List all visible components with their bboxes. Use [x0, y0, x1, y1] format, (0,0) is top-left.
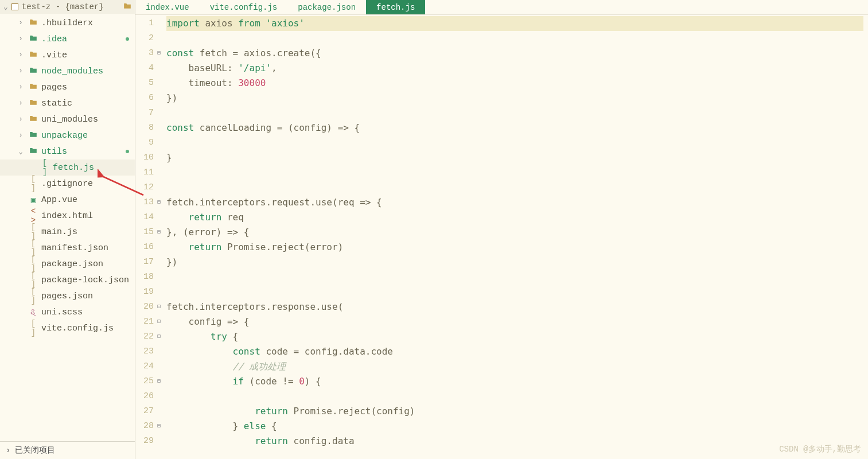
tree-item-label: manifest.json — [41, 243, 108, 253]
tree-item-label: pages.json — [41, 291, 93, 301]
code-line[interactable]: const fetch = axios.create({ — [166, 46, 863, 61]
chevron-right-icon[interactable]: › — [16, 99, 25, 107]
tree-item-label: .vite — [41, 50, 67, 60]
project-icon — [11, 3, 18, 10]
code-line[interactable]: }) — [166, 91, 863, 106]
code-lines[interactable]: import axios from 'axios' const fetch = … — [165, 15, 868, 459]
code-line[interactable]: } — [166, 150, 863, 165]
chevron-right-icon[interactable]: › — [16, 83, 25, 91]
chevron-right-icon[interactable]: › — [16, 131, 25, 139]
tree-file-index.html[interactable]: < >index.html — [0, 208, 135, 224]
fold-marker[interactable]: ⊟ — [157, 46, 165, 61]
tree-file-fetch.js[interactable]: [ ]fetch.js — [0, 160, 135, 176]
code-line[interactable] — [166, 31, 863, 46]
tree-item-label: index.html — [41, 211, 93, 221]
chevron-right-icon[interactable]: › — [16, 67, 25, 75]
tree-file-pages.json[interactable]: [ ]pages.json — [0, 288, 135, 304]
tab-fetch.js[interactable]: fetch.js — [366, 0, 425, 14]
fold-marker — [157, 255, 165, 270]
code-line[interactable]: return Promise.reject(error) — [166, 240, 863, 255]
tree-item-label: fetch.js — [53, 163, 94, 173]
tree-folder-utils[interactable]: ⌄utils — [0, 143, 135, 160]
folder-icon[interactable] — [123, 2, 131, 11]
tree-folder-.hbuilderx[interactable]: ›.hbuilderx — [0, 15, 135, 31]
tab-package.json[interactable]: package.json — [287, 0, 366, 14]
code-line[interactable]: if (code != 0) { — [166, 374, 863, 389]
fold-marker — [157, 76, 165, 91]
code-line[interactable] — [166, 270, 863, 285]
closed-projects-section[interactable]: › 已关闭项目 — [0, 441, 135, 459]
file-tree: ›.hbuilderx›.idea›.vite›node_modules›pag… — [0, 14, 135, 441]
chevron-right-icon[interactable]: › — [16, 35, 25, 43]
code-line[interactable]: return req — [166, 210, 863, 225]
fold-marker[interactable]: ⊟ — [157, 314, 165, 329]
tree-folder-pages[interactable]: ›pages — [0, 79, 135, 95]
code-line[interactable]: return Promise.reject(config) — [166, 404, 863, 419]
code-line[interactable]: const code = config.data.code — [166, 344, 863, 359]
fold-marker — [157, 165, 165, 180]
fold-marker[interactable]: ⊟ — [157, 374, 165, 389]
code-line[interactable]: }) — [166, 255, 863, 270]
chevron-down-icon[interactable]: ⌄ — [16, 147, 25, 156]
folder-icon — [29, 83, 38, 92]
chevron-down-icon[interactable]: ⌄ — [3, 2, 8, 11]
project-header[interactable]: ⌄ test-z - {master} — [0, 0, 135, 14]
code-line[interactable]: fetch.interceptors.request.use(req => { — [166, 195, 863, 210]
tree-file-.gitignore[interactable]: [ ].gitignore — [0, 176, 135, 192]
code-line[interactable]: }, (error) => { — [166, 225, 863, 240]
code-line[interactable]: config => { — [166, 314, 863, 329]
code-line[interactable]: try { — [166, 329, 863, 344]
fold-marker[interactable]: ⊟ — [157, 225, 165, 240]
tab-vite.config.js[interactable]: vite.config.js — [200, 0, 288, 14]
tree-item-label: uni.scss — [41, 308, 83, 317]
tree-file-main.js[interactable]: [ ]main.js — [0, 224, 135, 240]
folder-icon — [29, 67, 38, 76]
tree-folder-uni_modules[interactable]: ›uni_modules — [0, 111, 135, 127]
tree-item-label: .idea — [41, 34, 67, 44]
tree-file-manifest.json[interactable]: [ ]manifest.json — [0, 240, 135, 256]
tree-folder-node_modules[interactable]: ›node_modules — [0, 63, 135, 79]
code-line[interactable] — [166, 389, 863, 404]
tree-folder-static[interactable]: ›static — [0, 95, 135, 111]
tree-item-label: pages — [41, 83, 67, 92]
code-line[interactable] — [166, 106, 863, 120]
tree-folder-unpackage[interactable]: ›unpackage — [0, 127, 135, 143]
code-line[interactable]: return config.data — [166, 434, 863, 449]
tree-folder-.vite[interactable]: ›.vite — [0, 47, 135, 63]
code-line[interactable]: fetch.interceptors.response.use( — [166, 299, 863, 314]
tree-file-vite.config.js[interactable]: [ ]vite.config.js — [0, 320, 135, 336]
file-icon: ୡ — [29, 308, 38, 317]
code-line[interactable]: // 成功处理 — [166, 359, 863, 374]
code-area[interactable]: 1234567891011121314151617181920212223242… — [135, 15, 868, 459]
tree-item-label: App.vue — [41, 195, 77, 205]
code-line[interactable] — [166, 135, 863, 150]
code-line[interactable]: const cancelLoading = (config) => { — [166, 120, 863, 135]
fold-marker[interactable]: ⊟ — [157, 299, 165, 314]
chevron-right-icon[interactable]: › — [16, 115, 25, 123]
fold-gutter: ⊟⊟⊟⊟⊟⊟⊟⊟ — [157, 15, 165, 459]
fold-marker[interactable]: ⊟ — [157, 329, 165, 344]
code-line[interactable]: timeout: 30000 — [166, 76, 863, 91]
folder-icon — [29, 115, 38, 124]
code-line[interactable]: import axios from 'axios' — [166, 16, 863, 31]
fold-marker — [157, 389, 165, 404]
chevron-right-icon[interactable]: › — [16, 19, 25, 27]
tree-folder-.idea[interactable]: ›.idea — [0, 31, 135, 47]
code-line[interactable] — [166, 285, 863, 299]
fold-marker[interactable]: ⊟ — [157, 195, 165, 210]
code-line[interactable] — [166, 180, 863, 195]
chevron-right-icon[interactable]: › — [16, 51, 25, 59]
folder-icon — [29, 99, 38, 108]
tree-file-App.vue[interactable]: ▣App.vue — [0, 192, 135, 208]
fold-marker — [157, 344, 165, 359]
folder-icon — [29, 34, 38, 44]
editor-tabs: index.vuevite.config.jspackage.jsonfetch… — [135, 0, 868, 15]
tab-index.vue[interactable]: index.vue — [135, 0, 200, 14]
code-line[interactable]: baseURL: '/api', — [166, 61, 863, 76]
fold-marker[interactable]: ⊟ — [157, 419, 165, 434]
code-line[interactable] — [166, 165, 863, 180]
code-line[interactable]: } else { — [166, 419, 863, 434]
tree-file-package-lock.json[interactable]: [ ]package-lock.json — [0, 272, 135, 288]
tree-file-uni.scss[interactable]: ୡuni.scss — [0, 304, 135, 320]
tree-file-package.json[interactable]: [ ]package.json — [0, 256, 135, 272]
